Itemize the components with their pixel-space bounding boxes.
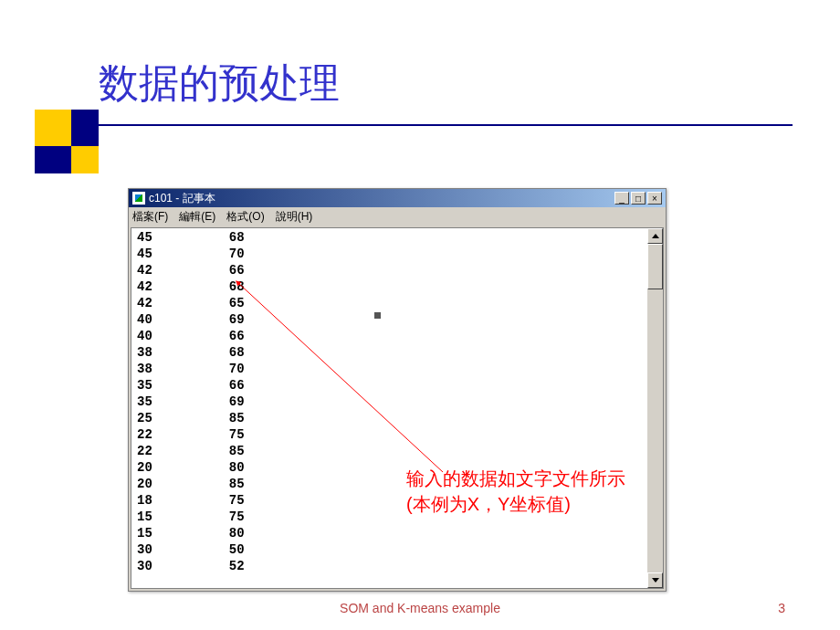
minimize-button[interactable]: _ [614,192,629,205]
horizontal-rule [99,124,793,126]
menu-edit[interactable]: 編輯(E) [179,209,215,225]
vertical-scrollbar[interactable] [647,228,663,588]
titlebar-text: c101 - 記事本 [149,191,215,206]
scroll-up-button[interactable] [647,228,663,244]
chevron-up-icon [652,234,659,238]
callout-line: 输入的数据如文字文件所示 [406,466,625,491]
menu-format[interactable]: 格式(O) [226,209,264,225]
decoration-square [71,110,99,146]
titlebar[interactable]: c101 - 記事本 _ □ × [129,189,666,207]
decoration-square [35,110,71,146]
bullet-icon [374,312,381,319]
editor-wrap: 45 68 45 70 42 66 42 68 42 65 40 69 40 6… [131,227,664,589]
menubar: 檔案(F) 編輯(E) 格式(O) 說明(H) [129,207,666,226]
page-number: 3 [778,601,785,615]
maximize-button[interactable]: □ [631,192,646,205]
slide-title: 数据的预处理 [99,57,340,110]
scroll-thumb[interactable] [647,244,663,289]
footer-text: SOM and K-means example [0,601,840,615]
editor-content[interactable]: 45 68 45 70 42 66 42 68 42 65 40 69 40 6… [131,228,647,588]
decoration-square [35,146,71,173]
callout-line: (本例为X，Y坐标值) [406,491,625,517]
menu-help[interactable]: 說明(H) [276,209,313,225]
notepad-window: c101 - 記事本 _ □ × 檔案(F) 編輯(E) 格式(O) 說明(H)… [128,188,667,592]
chevron-down-icon [652,578,659,583]
menu-file[interactable]: 檔案(F) [132,209,168,225]
decoration-square [71,146,99,173]
scroll-down-button[interactable] [647,572,663,588]
callout-text: 输入的数据如文字文件所示 (本例为X，Y坐标值) [406,466,625,517]
notepad-icon [132,192,145,205]
close-button[interactable]: × [647,192,662,205]
